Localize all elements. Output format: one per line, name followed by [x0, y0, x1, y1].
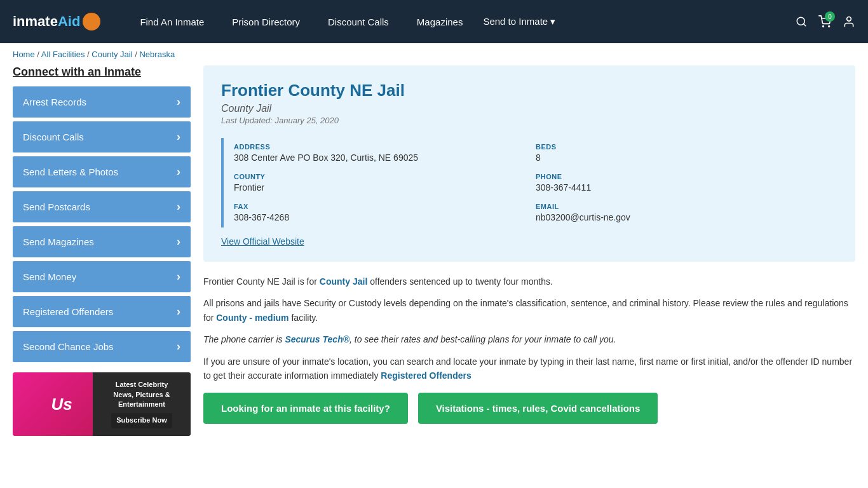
phone-group: PHONE 308-367-4411: [536, 168, 837, 198]
user-icon: [843, 15, 855, 28]
email-value: nb03200@curtis-ne.gov: [536, 212, 837, 222]
cart-badge: 0: [825, 11, 835, 22]
breadcrumb: Home / All Facilities / County Jail / Ne…: [0, 43, 868, 65]
address-label: ADDRESS: [234, 143, 536, 151]
sidebar: Connect with an Inmate Arrest Records › …: [13, 65, 191, 436]
facility-description: Frontier County NE Jail is for County Ja…: [203, 274, 855, 383]
county-group: COUNTY Frontier: [234, 168, 536, 198]
facility-updated: Last Updated: January 25, 2020: [221, 116, 837, 125]
facility-details: ADDRESS 308 Center Ave PO Box 320, Curti…: [221, 138, 837, 227]
email-label: EMAIL: [536, 203, 837, 210]
user-button[interactable]: [843, 15, 855, 28]
desc-paragraph-3: The phone carrier is Securus Tech®, to s…: [203, 332, 855, 346]
chevron-right-icon: ›: [177, 270, 180, 283]
ad-subscribe-button[interactable]: Subscribe Now: [111, 413, 172, 428]
search-button[interactable]: [796, 16, 807, 27]
facility-card: Frontier County NE Jail County Jail Last…: [203, 65, 855, 262]
ad-headline: Latest CelebrityNews, Pictures &Entertai…: [113, 380, 170, 409]
fax-group: FAX 308-367-4268: [234, 198, 536, 227]
facility-name: Frontier County NE Jail: [221, 81, 837, 100]
address-group: ADDRESS 308 Center Ave PO Box 320, Curti…: [234, 138, 536, 168]
chevron-right-icon: ›: [177, 130, 180, 144]
chevron-right-icon: ›: [177, 235, 180, 248]
beds-group: BEDS 8: [536, 138, 837, 168]
svg-point-4: [847, 17, 851, 22]
sidebar-item-send-money[interactable]: Send Money ›: [13, 261, 191, 292]
phone-value: 308-367-4411: [536, 182, 837, 193]
desc-paragraph-2: All prisons and jails have Security or C…: [203, 296, 855, 325]
navbar: inmateAid Find An Inmate Prison Director…: [0, 0, 868, 43]
nav-links: Find An Inmate Prison Directory Discount…: [126, 0, 796, 43]
breadcrumb-all-facilities[interactable]: All Facilities: [41, 50, 85, 59]
breadcrumb-home[interactable]: Home: [13, 50, 35, 59]
breadcrumb-county-jail[interactable]: County Jail: [92, 50, 132, 59]
county-jail-link[interactable]: County Jail: [320, 276, 367, 287]
logo: inmateAid: [13, 13, 100, 30]
svg-point-3: [829, 26, 830, 27]
sidebar-ad: Us Latest CelebrityNews, Pictures &Enter…: [13, 372, 191, 436]
main-container: Connect with an Inmate Arrest Records › …: [0, 65, 868, 449]
sidebar-menu: Arrest Records › Discount Calls › Send L…: [13, 86, 191, 362]
nav-prison-directory[interactable]: Prison Directory: [218, 0, 314, 43]
bottom-buttons: Looking for an inmate at this facility? …: [203, 393, 855, 424]
search-icon: [796, 16, 807, 27]
looking-for-inmate-button[interactable]: Looking for an inmate at this facility?: [203, 393, 408, 424]
desc-paragraph-4: If you are unsure of your inmate's locat…: [203, 355, 855, 383]
securus-link[interactable]: Securus Tech®: [285, 334, 349, 344]
sidebar-title: Connect with an Inmate: [13, 65, 191, 79]
address-value: 308 Center Ave PO Box 320, Curtis, NE 69…: [234, 152, 536, 163]
logo-icon: [83, 13, 100, 30]
chevron-right-icon: ›: [177, 95, 180, 109]
chevron-right-icon: ›: [177, 340, 180, 353]
sidebar-item-registered-offenders[interactable]: Registered Offenders ›: [13, 296, 191, 327]
beds-label: BEDS: [536, 143, 837, 151]
sidebar-item-discount-calls[interactable]: Discount Calls ›: [13, 121, 191, 152]
nav-discount-calls[interactable]: Discount Calls: [314, 0, 403, 43]
email-group: EMAIL nb03200@curtis-ne.gov: [536, 198, 837, 227]
desc-paragraph-1: Frontier County NE Jail is for County Ja…: [203, 274, 855, 288]
fax-label: FAX: [234, 203, 536, 210]
county-value: Frontier: [234, 182, 536, 193]
registered-offenders-link[interactable]: Registered Offenders: [381, 370, 471, 381]
county-medium-link[interactable]: County - medium: [216, 313, 288, 323]
sidebar-item-send-letters-photos[interactable]: Send Letters & Photos ›: [13, 156, 191, 187]
county-label: COUNTY: [234, 173, 536, 180]
visitations-button[interactable]: Visitations - times, rules, Covid cancel…: [418, 393, 658, 424]
sidebar-item-send-magazines[interactable]: Send Magazines ›: [13, 226, 191, 257]
nav-find-inmate[interactable]: Find An Inmate: [126, 0, 218, 43]
phone-label: PHONE: [536, 173, 837, 180]
sidebar-item-second-chance-jobs[interactable]: Second Chance Jobs ›: [13, 331, 191, 362]
website-link[interactable]: View Official Website: [221, 236, 837, 247]
facility-type: County Jail: [221, 103, 837, 114]
sidebar-item-arrest-records[interactable]: Arrest Records ›: [13, 86, 191, 118]
nav-magazines[interactable]: Magazines: [403, 0, 477, 43]
svg-line-1: [803, 24, 805, 25]
svg-point-2: [823, 26, 824, 27]
chevron-right-icon: ›: [177, 165, 180, 179]
breadcrumb-nebraska[interactable]: Nebraska: [139, 50, 175, 59]
fax-value: 308-367-4268: [234, 212, 536, 222]
chevron-right-icon: ›: [177, 305, 180, 318]
send-to-inmate-button[interactable]: Send to Inmate ▾: [477, 0, 562, 43]
sidebar-item-send-postcards[interactable]: Send Postcards ›: [13, 191, 191, 222]
facility-content: Frontier County NE Jail County Jail Last…: [203, 65, 855, 436]
navbar-right: 0: [796, 15, 855, 28]
cart-button[interactable]: 0: [818, 15, 831, 28]
chevron-right-icon: ›: [177, 200, 180, 214]
beds-value: 8: [536, 152, 837, 163]
